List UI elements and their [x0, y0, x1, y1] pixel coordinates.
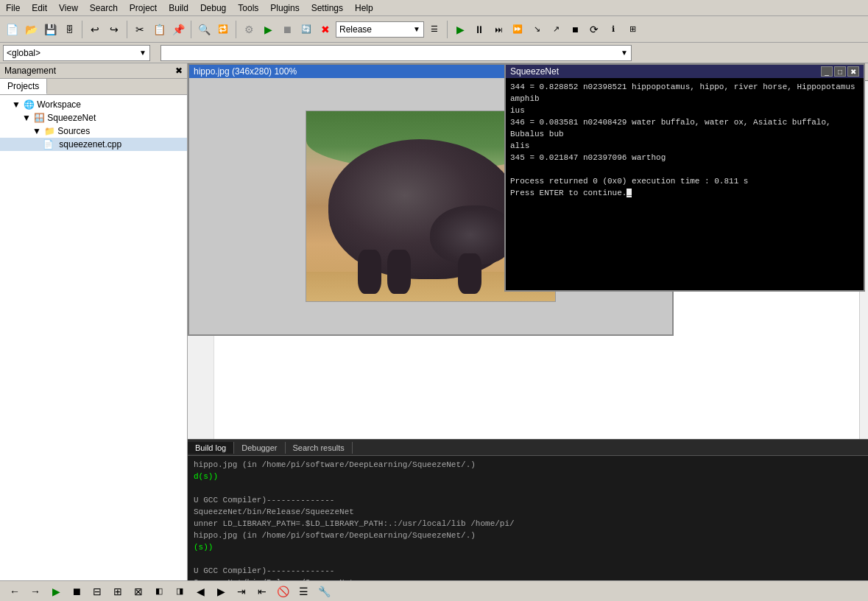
menu-help[interactable]: Help — [349, 1, 379, 15]
bottom-tabs: Build log Debugger Search results — [188, 440, 868, 456]
log-line-4: U GCC Compiler)-------------- — [194, 494, 862, 506]
new-button[interactable]: 📄 — [3, 21, 21, 38]
abort-button[interactable]: ✖ — [317, 21, 334, 38]
hippo-leg3 — [458, 253, 481, 294]
sq-maximize-icon[interactable]: □ — [834, 66, 846, 77]
squeezenet-title: SqueezeNet — [510, 66, 559, 77]
debug-out[interactable]: ↗ — [547, 21, 565, 38]
sq-line-5: Process returned 0 (0x0) execution time … — [510, 175, 859, 187]
bottom-tab-debug[interactable]: Debugger — [234, 442, 285, 454]
replace-button[interactable]: 🔁 — [214, 21, 232, 38]
debug-extra[interactable]: ⊞ — [624, 21, 641, 38]
sidebar: Management ✖ Projects ▼ 🌐 Workspace ▼ 🪟 … — [0, 63, 188, 601]
bottom-log-content: hippo.jpg (in /home/pi/software/DeepLear… — [188, 456, 868, 601]
hippo-leg1 — [358, 250, 381, 294]
abort-status-button[interactable]: 🚫 — [274, 583, 292, 600]
find-button[interactable]: 🔍 — [195, 21, 213, 38]
build-button[interactable]: ⚙ — [240, 21, 258, 38]
sources-label: Sources — [57, 126, 90, 136]
menu-settings[interactable]: Settings — [306, 1, 349, 15]
fit-button[interactable]: ⊠ — [130, 583, 147, 600]
log-line-3 — [194, 482, 862, 494]
bottom-tab-build[interactable]: Build log — [188, 442, 234, 454]
debug-stop[interactable]: ⏹ — [566, 21, 584, 38]
symbol-dropdown[interactable]: ▼ — [160, 45, 632, 61]
redo-button[interactable]: ↪ — [105, 21, 123, 38]
tree-area: ▼ 🌐 Workspace ▼ 🪟 SqueezeNet ▼ 📁 Sources… — [0, 95, 187, 601]
global-scope-label: <global> — [7, 48, 40, 58]
log-button[interactable]: ☰ — [294, 583, 312, 600]
menu-plugins[interactable]: Plugins — [264, 1, 305, 15]
run-status-button[interactable]: ▶ — [47, 583, 65, 600]
save-button[interactable]: 💾 — [41, 21, 59, 38]
indent-button[interactable]: ⇥ — [233, 583, 250, 600]
tab-projects[interactable]: Projects — [0, 79, 47, 94]
sq-minimize-icon[interactable]: _ — [821, 66, 833, 77]
debug-into[interactable]: ↘ — [528, 21, 546, 38]
project-collapse-icon: ▼ — [22, 113, 31, 123]
stop-status-button[interactable]: ⏹ — [68, 583, 85, 600]
global-scope-dropdown[interactable]: <global> ▼ — [3, 45, 150, 61]
menu-search[interactable]: Search — [84, 1, 124, 15]
collapse-icon: ▼ — [12, 99, 21, 110]
config-btn[interactable]: ☰ — [426, 21, 443, 38]
project-label: SqueezeNet — [47, 113, 96, 123]
sq-line-1b: ius — [510, 105, 859, 116]
squeezenet-titlebar: SqueezeNet _ □ ✖ — [506, 65, 864, 78]
sep4 — [236, 21, 236, 38]
bottom-tab-search[interactable]: Search results — [286, 442, 353, 454]
bottom-panel: Build log Debugger Search results hippo.… — [188, 439, 868, 601]
copy-button[interactable]: 📋 — [150, 21, 168, 38]
file-icon: 📄 — [43, 139, 54, 150]
debug-over[interactable]: ⏩ — [509, 21, 526, 38]
debug-restart[interactable]: ⟳ — [585, 21, 603, 38]
toggle2-button[interactable]: ◨ — [171, 583, 188, 600]
debug-step[interactable]: ⏭ — [490, 21, 507, 38]
file-label: squeezenet.cpp — [59, 139, 121, 150]
sq-close-icon[interactable]: ✖ — [847, 66, 859, 77]
sep5 — [447, 21, 448, 38]
tree-workspace[interactable]: ▼ 🌐 Workspace — [0, 98, 187, 111]
tree-project-squeezenet[interactable]: ▼ 🪟 SqueezeNet — [0, 111, 187, 124]
workspace-globe-icon: 🌐 — [24, 99, 35, 110]
sq-line-4 — [510, 164, 859, 175]
save-all-button[interactable]: 🗄 — [60, 21, 78, 38]
back-button[interactable]: ← — [6, 583, 24, 600]
sq-line-3: 345 = 0.021847 n02397096 warthog — [510, 152, 859, 164]
menu-view[interactable]: View — [53, 1, 84, 15]
menu-tools[interactable]: Tools — [232, 1, 264, 15]
zoom-larger-button[interactable]: ⊞ — [109, 583, 127, 600]
outdent-button[interactable]: ⇤ — [253, 583, 271, 600]
rebuild-button[interactable]: 🔄 — [297, 21, 315, 38]
debug-info[interactable]: ℹ — [604, 21, 622, 38]
management-title: Management — [4, 66, 56, 76]
nav-prev-button[interactable]: ◀ — [191, 583, 209, 600]
sidebar-close-icon[interactable]: ✖ — [175, 66, 183, 76]
sq-line-1: 344 = 0.828852 n02398521 hippopotamus, h… — [510, 81, 859, 105]
forward-button[interactable]: → — [27, 583, 44, 600]
folder-icon: 📁 — [44, 126, 55, 136]
debug-status-button[interactable]: 🔧 — [315, 583, 333, 600]
open-button[interactable]: 📂 — [22, 21, 40, 38]
statusbar: ← → ▶ ⏹ ⊟ ⊞ ⊠ ◧ ◨ ◀ ▶ ⇥ ⇤ 🚫 ☰ 🔧 — [0, 580, 868, 601]
menu-debug[interactable]: Debug — [194, 1, 232, 15]
debug-pause[interactable]: ⏸ — [470, 21, 488, 38]
nav-next-button[interactable]: ▶ — [212, 583, 230, 600]
stop-button[interactable]: ⏹ — [278, 21, 296, 38]
undo-button[interactable]: ↩ — [86, 21, 104, 38]
run-button[interactable]: ▶ — [259, 21, 277, 38]
preview-title: hippo.jpg (346x280) 100% — [194, 66, 297, 77]
menu-project[interactable]: Project — [124, 1, 163, 15]
menu-edit[interactable]: Edit — [26, 1, 53, 15]
toggle1-button[interactable]: ◧ — [150, 583, 168, 600]
log-line-6: unner LD_LIBRARY_PATH=.$LD_LIBRARY_PATH:… — [194, 518, 862, 530]
tree-sources[interactable]: ▼ 📁 Sources — [0, 124, 187, 138]
paste-button[interactable]: 📌 — [169, 21, 187, 38]
debug-run[interactable]: ▶ — [451, 21, 469, 38]
menu-file[interactable]: File — [0, 1, 26, 15]
menu-build[interactable]: Build — [163, 1, 194, 15]
zoom-smaller-button[interactable]: ⊟ — [88, 583, 106, 600]
config-dropdown[interactable]: Release ▼ — [336, 21, 424, 38]
cut-button[interactable]: ✂ — [131, 21, 149, 38]
tree-file-squeezenet[interactable]: 📄 squeezenet.cpp — [0, 138, 187, 151]
